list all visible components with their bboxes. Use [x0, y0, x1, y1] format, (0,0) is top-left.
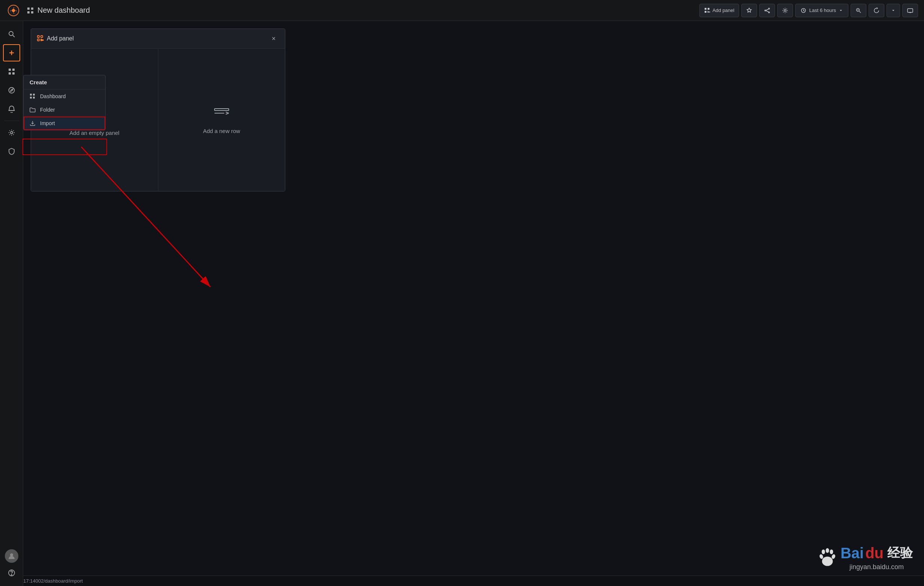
create-dashboard-label: Dashboard [40, 93, 66, 99]
svg-rect-10 [708, 12, 710, 12]
svg-point-56 [819, 553, 824, 559]
svg-rect-8 [705, 11, 706, 13]
create-menu-header: Create [23, 75, 105, 89]
create-import-item[interactable]: Import [23, 116, 105, 130]
svg-rect-2 [27, 8, 30, 10]
sidebar-alerting-button[interactable] [3, 100, 20, 118]
create-dashboard-item[interactable]: Dashboard [23, 89, 105, 103]
baidu-brand: Baidu经验 [840, 545, 913, 562]
add-panel-label: Add panel [713, 8, 734, 13]
svg-point-16 [784, 9, 786, 11]
time-range-button[interactable]: Last 6 hours [795, 4, 848, 17]
svg-line-14 [766, 9, 769, 10]
dialog-header: Add panel × [31, 29, 285, 49]
left-sidebar [0, 21, 23, 586]
dashboard-grid-icon [27, 7, 34, 14]
svg-rect-7 [708, 8, 710, 10]
svg-point-36 [11, 574, 12, 575]
create-folder-label: Folder [40, 107, 55, 113]
settings-button[interactable] [777, 4, 793, 17]
header-right: Add panel [700, 4, 918, 17]
empty-panel-label: Add an empty panel [69, 130, 119, 136]
svg-line-25 [13, 35, 15, 37]
sidebar-help-button[interactable] [3, 564, 20, 581]
svg-rect-38 [41, 36, 43, 38]
dashboard-title-area: New dashboard [27, 6, 700, 15]
sidebar-divider-1 [4, 121, 19, 121]
svg-rect-6 [705, 8, 706, 10]
svg-rect-29 [12, 69, 15, 71]
svg-rect-31 [12, 72, 15, 74]
refresh-button[interactable] [869, 4, 884, 17]
svg-point-11 [769, 8, 770, 9]
svg-line-45 [226, 113, 229, 114]
add-panel-button[interactable]: Add panel [700, 4, 739, 17]
share-button[interactable] [759, 4, 775, 17]
svg-rect-3 [31, 8, 33, 10]
grafana-logo[interactable] [6, 3, 21, 18]
sidebar-explore-button[interactable] [3, 82, 20, 99]
sidebar-bottom [3, 549, 20, 581]
svg-rect-5 [31, 11, 33, 13]
svg-rect-9 [708, 11, 708, 13]
svg-point-13 [769, 12, 770, 13]
svg-rect-46 [30, 94, 32, 96]
user-avatar-button[interactable] [5, 549, 18, 563]
svg-point-12 [765, 10, 766, 11]
refresh-dropdown-button[interactable] [886, 4, 900, 17]
svg-rect-42 [214, 109, 229, 111]
svg-rect-30 [8, 72, 11, 74]
sidebar-shield-button[interactable] [3, 143, 20, 160]
dashboard-icon [30, 93, 36, 99]
tv-mode-button[interactable] [902, 4, 918, 17]
zoom-out-button[interactable] [851, 4, 866, 17]
svg-point-58 [822, 556, 833, 566]
svg-rect-39 [38, 39, 39, 41]
baidu-logo-icon [817, 548, 838, 568]
new-row-icon [214, 106, 229, 122]
sidebar-search-button[interactable] [3, 25, 20, 43]
svg-rect-28 [8, 69, 11, 71]
svg-point-55 [830, 549, 833, 554]
baidu-url: jingyan.baidu.com [840, 563, 913, 571]
dialog-title: Add panel [37, 35, 74, 42]
svg-point-24 [9, 31, 13, 36]
status-bar: 10.30.5.117:14002/dashboard/import [0, 576, 924, 586]
dashboard-title: New dashboard [38, 6, 90, 15]
svg-point-54 [825, 548, 829, 553]
main-area: Add panel × Add an empty panel [23, 21, 924, 586]
svg-point-1 [13, 9, 15, 11]
svg-line-19 [859, 11, 861, 13]
svg-rect-21 [908, 8, 913, 12]
svg-point-34 [10, 553, 13, 556]
baidu-watermark: Baidu经验 jingyan.baidu.com [817, 545, 913, 571]
folder-icon [30, 107, 36, 113]
add-new-row-option[interactable]: Add a new row [158, 49, 285, 191]
sidebar-settings-button[interactable] [3, 124, 20, 141]
svg-rect-48 [30, 97, 32, 99]
create-menu: Create Dashboard Folder Import [23, 75, 106, 131]
sidebar-dashboards-button[interactable] [3, 63, 20, 80]
create-import-label: Import [40, 120, 55, 126]
svg-point-33 [10, 131, 13, 134]
svg-rect-47 [33, 94, 35, 96]
import-icon [30, 120, 36, 126]
svg-line-15 [766, 10, 769, 12]
new-row-label: Add a new row [203, 128, 240, 134]
svg-rect-49 [33, 97, 35, 99]
top-header: New dashboard Add panel [0, 0, 924, 21]
svg-rect-41 [41, 40, 43, 40]
svg-rect-37 [38, 36, 39, 38]
time-range-label: Last 6 hours [809, 8, 836, 13]
svg-point-53 [822, 549, 825, 554]
star-button[interactable] [741, 4, 757, 17]
create-folder-item[interactable]: Folder [23, 103, 105, 116]
svg-rect-4 [27, 11, 30, 13]
svg-point-57 [831, 553, 836, 559]
dialog-close-button[interactable]: × [269, 33, 279, 44]
sidebar-create-button[interactable] [3, 44, 20, 61]
dialog-title-text: Add panel [47, 35, 74, 42]
